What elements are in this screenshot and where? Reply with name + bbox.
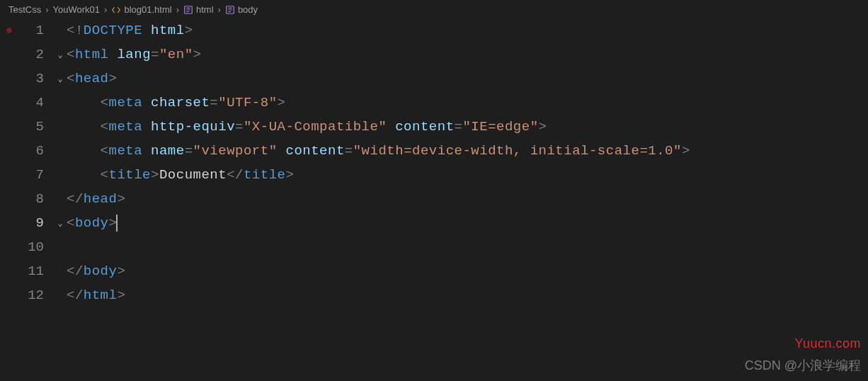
code-content[interactable]: <meta charset="UTF-8">	[67, 95, 286, 110]
fold-toggle-icon[interactable]: ⌄	[54, 74, 67, 84]
code-line[interactable]: ●1<!DOCTYPE html>	[0, 18, 868, 42]
code-line[interactable]: 3⌄<head>	[0, 67, 868, 91]
line-number: 2	[18, 47, 54, 62]
code-content[interactable]: <html lang="en">	[67, 47, 201, 62]
code-line[interactable]: 9⌄<body>	[0, 211, 868, 235]
line-number: 5	[18, 119, 54, 135]
code-content[interactable]: <meta name="viewport" content="width=dev…	[67, 143, 690, 159]
fold-toggle-icon[interactable]: ⌄	[54, 218, 67, 229]
code-line[interactable]: 12</html>	[0, 283, 868, 307]
code-line[interactable]: 10	[0, 235, 868, 259]
breadcrumb-item[interactable]: TestCss	[8, 4, 41, 15]
line-number: 6	[18, 143, 54, 159]
chevron-right-icon: ›	[104, 4, 107, 15]
line-number: 4	[18, 95, 54, 110]
code-editor[interactable]: ●1<!DOCTYPE html>2⌄<html lang="en">3⌄<he…	[0, 18, 868, 307]
gutter-modified-icon: ●	[0, 23, 18, 38]
code-content[interactable]: <title>Document</title>	[67, 167, 294, 183]
code-content[interactable]: </head>	[67, 191, 125, 207]
fold-toggle-icon[interactable]: ⌄	[54, 50, 67, 60]
code-line[interactable]: 6 <meta name="viewport" content="width=d…	[0, 139, 868, 163]
breadcrumb[interactable]: TestCss › YouWork01 › blog01.html › html…	[0, 0, 868, 18]
code-line[interactable]: 4 <meta charset="UTF-8">	[0, 91, 868, 115]
code-content[interactable]: <meta http-equiv="X-UA-Compatible" conte…	[67, 119, 547, 135]
watermark-link: Yuucn.com	[794, 336, 861, 351]
chevron-right-icon: ›	[218, 4, 221, 15]
code-file-icon	[111, 4, 121, 15]
code-content[interactable]: <body>	[67, 215, 118, 232]
code-content[interactable]: </body>	[67, 263, 125, 279]
code-line[interactable]: 7 <title>Document</title>	[0, 163, 868, 187]
line-number: 8	[18, 191, 54, 207]
chevron-right-icon: ›	[176, 4, 179, 15]
text-cursor	[116, 215, 118, 232]
code-line[interactable]: 11</body>	[0, 259, 868, 283]
breadcrumb-item[interactable]: blog01.html	[124, 4, 171, 15]
code-content[interactable]: <!DOCTYPE html>	[67, 23, 193, 38]
watermark-text: CSDN @小浪学编程	[745, 357, 861, 374]
chevron-right-icon: ›	[45, 4, 48, 15]
code-line[interactable]: 2⌄<html lang="en">	[0, 42, 868, 67]
line-number: 12	[18, 288, 54, 303]
code-line[interactable]: 8</head>	[0, 187, 868, 211]
symbol-block-icon	[183, 4, 193, 15]
breadcrumb-item[interactable]: html	[196, 4, 214, 15]
line-number: 3	[18, 71, 54, 86]
symbol-block-icon	[225, 4, 235, 15]
line-number: 10	[18, 239, 54, 255]
code-line[interactable]: 5 <meta http-equiv="X-UA-Compatible" con…	[0, 115, 868, 139]
breadcrumb-item[interactable]: body	[238, 4, 258, 15]
code-content[interactable]: </html>	[67, 288, 125, 303]
code-content[interactable]: <head>	[67, 71, 117, 86]
line-number: 1	[18, 23, 54, 38]
line-number: 9	[18, 215, 54, 231]
breadcrumb-item[interactable]: YouWork01	[53, 4, 101, 15]
line-number: 7	[18, 167, 54, 183]
line-number: 11	[18, 263, 54, 279]
